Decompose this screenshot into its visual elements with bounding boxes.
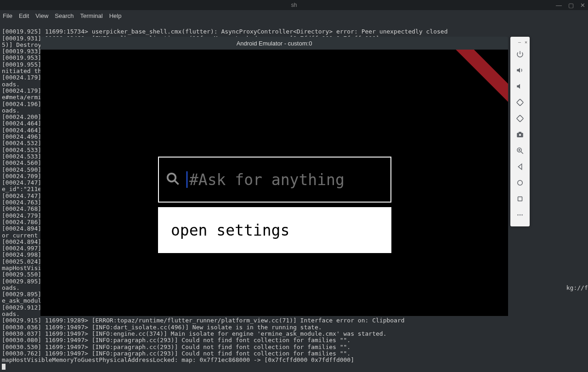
search-icon (159, 172, 187, 187)
terminal-line: [00019.925] 11699:15734> userpicker_base… (2, 28, 448, 35)
screenshot-button[interactable] (510, 126, 530, 142)
terminal-line: [00024.786] (2, 219, 41, 225)
terminal-line: [00030.530] 11699:19497> [INFO:paragraph… (2, 344, 351, 350)
svg-rect-3 (517, 115, 524, 122)
ask-search-box[interactable]: #Ask for anything (158, 157, 391, 203)
terminal-line: [00024.747] (2, 179, 41, 186)
terminal-line: [00024.894] (2, 238, 41, 245)
volume-down-button[interactable] (510, 78, 530, 94)
menu-view[interactable]: View (35, 12, 48, 19)
zoom-button[interactable] (510, 142, 530, 158)
emulator-toolbar: — ✕ (510, 37, 530, 226)
text-cursor (187, 171, 187, 188)
terminal-line: [00024.709] (2, 173, 41, 180)
rotate-left-button[interactable] (510, 94, 530, 110)
terminal-line: [00030.037] 11699:19497> [INFO:engine.cc… (2, 330, 386, 337)
terminal-line: [00024.998] (2, 251, 41, 258)
terminal-line: [00024.200] (2, 113, 41, 120)
overview-button[interactable] (510, 191, 530, 207)
window-title: sh (291, 2, 297, 8)
emulator-close-button[interactable]: ✕ (525, 39, 527, 45)
terminal-line: [00024.533] (2, 147, 41, 153)
terminal-line: mapHostVisibleMemoryToGuestPhysicalAddre… (2, 356, 354, 363)
debug-ribbon (435, 50, 508, 123)
ask-suggestion[interactable]: open settings (158, 207, 391, 253)
menu-search[interactable]: Search (55, 12, 74, 19)
terminal-line: [00024.779] (2, 212, 41, 219)
menu-bar: File Edit View Search Terminal Help (0, 10, 588, 21)
terminal-line: [00029.895] (2, 278, 41, 285)
window-maximize-button[interactable]: ▢ (568, 2, 574, 9)
terminal-line: [00025.024] (2, 258, 41, 265)
terminal-line: [00024.590] (2, 166, 41, 173)
terminal-line: [00029.895] (2, 291, 41, 298)
svg-line-1 (175, 180, 179, 185)
window-minimize-button[interactable]: — (556, 2, 562, 9)
terminal-line: [00024.560] (2, 159, 41, 166)
svg-rect-2 (517, 99, 524, 106)
svg-rect-12 (518, 197, 522, 201)
more-button[interactable] (510, 207, 530, 223)
terminal-line: kg://fuchsia.com/ermin (566, 284, 588, 291)
suggestion-text: open settings (171, 221, 289, 239)
search-placeholder: #Ask for anything (189, 171, 345, 189)
svg-point-14 (520, 214, 520, 215)
emulator-minimize-button[interactable]: — (518, 39, 521, 45)
svg-point-11 (518, 180, 523, 185)
terminal-line: [00024.496] (2, 133, 41, 140)
terminal-line: oads. (2, 81, 20, 88)
terminal-cursor (2, 364, 6, 370)
terminal-line: [00024.464] (2, 120, 41, 127)
menu-terminal[interactable]: Terminal (80, 12, 103, 19)
svg-point-5 (519, 134, 521, 136)
svg-point-0 (168, 174, 176, 182)
terminal-line: [00024.763] (2, 199, 41, 206)
terminal-line: nitiated the (2, 68, 45, 74)
terminal-line: [00030.762] 11699:19497> [INFO:paragraph… (2, 350, 351, 357)
back-button[interactable] (510, 158, 530, 175)
terminal-line: oads. (2, 284, 20, 291)
rotate-right-button[interactable] (510, 110, 530, 126)
terminal-line: [00024.179] (2, 74, 41, 81)
terminal-line: [00030.036] 11699:19497> [INFO:dart_isol… (2, 324, 322, 331)
terminal-line: [00024.464] (2, 127, 41, 134)
svg-rect-6 (519, 132, 521, 133)
terminal-line: [00024.196] (2, 101, 41, 107)
menu-edit[interactable]: Edit (19, 12, 29, 19)
svg-line-8 (521, 152, 523, 154)
volume-up-button[interactable] (510, 62, 530, 78)
terminal-line: [00029.915] 11699:19289> [ERROR:topaz/ru… (2, 317, 405, 324)
emulator-title: Android Emulator - custom:0 (237, 40, 312, 47)
power-button[interactable] (510, 46, 530, 62)
terminal-line: e_ask_module (2, 297, 45, 304)
terminal-line: [00024.179] (2, 87, 41, 94)
terminal-line: [00030.080] 11699:19497> [INFO:paragraph… (2, 337, 351, 344)
menu-help[interactable]: Help (109, 12, 122, 19)
terminal-line: [00019.955] (2, 61, 41, 68)
svg-point-15 (521, 214, 522, 215)
terminal-line: [00024.894] (2, 225, 41, 232)
window-close-button[interactable]: ✕ (580, 2, 585, 9)
terminal-line: [00024.533] (2, 153, 41, 160)
emulator-titlebar[interactable]: Android Emulator - custom:0 (40, 37, 508, 50)
terminal-line: [00029.912] (2, 304, 41, 311)
terminal-line: [00019.953] (2, 54, 41, 61)
emulator-screen[interactable]: #Ask for anything open settings (40, 50, 508, 316)
menu-file[interactable]: File (3, 12, 12, 19)
window-titlebar: sh — ▢ ✕ (0, 0, 588, 10)
home-button[interactable] (510, 175, 530, 191)
svg-point-13 (517, 214, 518, 215)
terminal-line: [00029.550] (2, 271, 41, 278)
terminal-line: [00024.532] (2, 140, 41, 147)
terminal-line: oads. (2, 107, 20, 114)
terminal-line: [00024.747] (2, 192, 41, 199)
terminal-line: [00024.997] (2, 245, 41, 252)
emulator-window: Android Emulator - custom:0 #Ask for any… (40, 37, 508, 316)
terminal-line: [00019.933] (2, 48, 41, 55)
terminal-line: oads. (2, 310, 20, 317)
terminal-line: [00024.768] (2, 205, 41, 212)
